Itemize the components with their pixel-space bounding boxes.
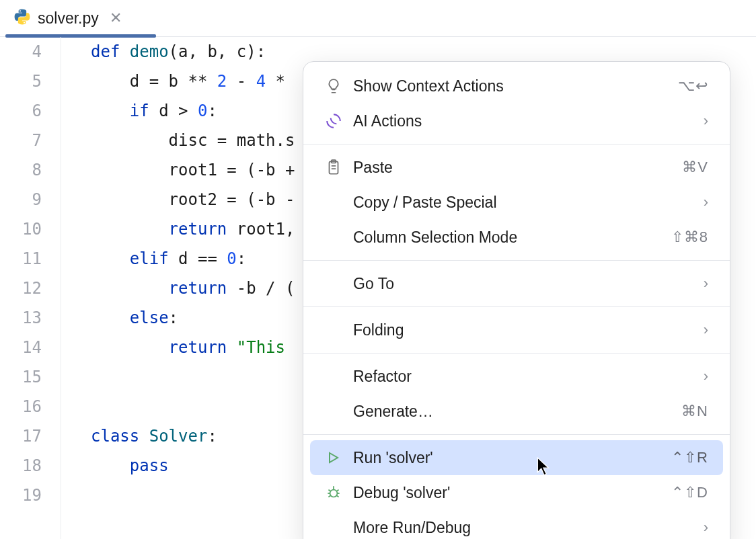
menu-item[interactable]: AI Actions›	[310, 103, 723, 138]
bug-icon	[325, 484, 353, 501]
menu-item-label: Folding	[353, 321, 704, 339]
menu-item[interactable]: Refactor›	[310, 359, 723, 394]
menu-item[interactable]: Paste⌘V	[310, 150, 723, 185]
line-number: 12	[0, 274, 42, 303]
close-icon[interactable]: ✕	[110, 9, 122, 27]
chevron-right-icon: ›	[704, 321, 708, 339]
menu-item-label: Generate…	[353, 403, 681, 421]
line-number: 16	[0, 392, 42, 421]
file-tab[interactable]: solver.py ✕	[5, 0, 130, 36]
menu-item[interactable]: Run 'solver'⌃⇧R	[310, 440, 723, 475]
line-number: 14	[0, 333, 42, 362]
menu-item-label: Run 'solver'	[353, 449, 671, 467]
svg-point-5	[330, 490, 338, 497]
svg-line-7	[328, 490, 330, 491]
line-number: 5	[0, 67, 42, 96]
menu-item[interactable]: Show Context Actions⌥↩	[310, 69, 723, 103]
menu-shortcut: ⌘V	[682, 159, 708, 176]
menu-separator	[303, 260, 730, 261]
line-number: 17	[0, 421, 42, 451]
menu-shortcut: ⌥↩	[678, 77, 708, 95]
context-menu: Show Context Actions⌥↩AI Actions›Paste⌘V…	[303, 61, 730, 539]
menu-item[interactable]: Folding›	[310, 313, 723, 347]
menu-separator	[303, 306, 730, 307]
lightbulb-icon	[325, 77, 353, 95]
tab-filename: solver.py	[38, 9, 99, 28]
menu-item[interactable]: Column Selection Mode⇧⌘8	[310, 220, 723, 255]
chevron-right-icon: ›	[704, 275, 708, 292]
line-number: 18	[0, 451, 42, 481]
menu-item-label: AI Actions	[353, 112, 704, 130]
line-number: 7	[0, 126, 42, 155]
svg-line-10	[336, 495, 338, 497]
menu-item-label: Show Context Actions	[353, 77, 678, 95]
tab-bar: solver.py ✕	[0, 0, 756, 37]
menu-shortcut: ⌘N	[681, 403, 708, 420]
menu-item[interactable]: Generate…⌘N	[310, 394, 723, 429]
line-number: 11	[0, 244, 42, 274]
menu-item[interactable]: Go To›	[310, 266, 723, 301]
menu-separator	[303, 144, 730, 144]
line-number: 19	[0, 481, 42, 510]
svg-line-9	[328, 495, 330, 497]
line-number: 6	[0, 96, 42, 126]
play-icon	[325, 450, 353, 466]
menu-shortcut: ⌃⇧R	[671, 449, 708, 466]
menu-item-label: Copy / Paste Special	[353, 194, 704, 212]
chevron-right-icon: ›	[704, 112, 708, 130]
menu-item-label: Go To	[353, 275, 704, 293]
chevron-right-icon: ›	[704, 368, 708, 385]
line-number: 13	[0, 303, 42, 333]
line-number: 9	[0, 185, 42, 214]
menu-item-label: Paste	[353, 159, 682, 177]
menu-separator	[303, 353, 730, 354]
menu-shortcut: ⌃⇧D	[671, 484, 708, 501]
menu-item[interactable]: Copy / Paste Special›	[310, 185, 723, 220]
chevron-right-icon: ›	[704, 194, 708, 211]
line-number: 4	[0, 37, 42, 67]
line-number-gutter: 45678910111213141516171819	[0, 37, 61, 539]
menu-item[interactable]: More Run/Debug›	[310, 510, 723, 539]
line-number: 15	[0, 362, 42, 392]
python-file-icon	[13, 8, 31, 28]
menu-separator	[303, 434, 730, 435]
svg-line-8	[336, 490, 338, 491]
svg-marker-4	[330, 453, 338, 462]
ai-icon	[325, 112, 353, 130]
line-number: 10	[0, 214, 42, 244]
menu-item-label: Column Selection Mode	[353, 229, 671, 247]
chevron-right-icon: ›	[704, 519, 708, 536]
menu-item[interactable]: Debug 'solver'⌃⇧D	[310, 475, 723, 510]
menu-item-label: More Run/Debug	[353, 519, 704, 537]
line-number: 8	[0, 155, 42, 185]
menu-item-label: Refactor	[353, 368, 704, 386]
menu-item-label: Debug 'solver'	[353, 484, 671, 502]
menu-shortcut: ⇧⌘8	[671, 229, 708, 246]
clipboard-icon	[325, 159, 353, 176]
